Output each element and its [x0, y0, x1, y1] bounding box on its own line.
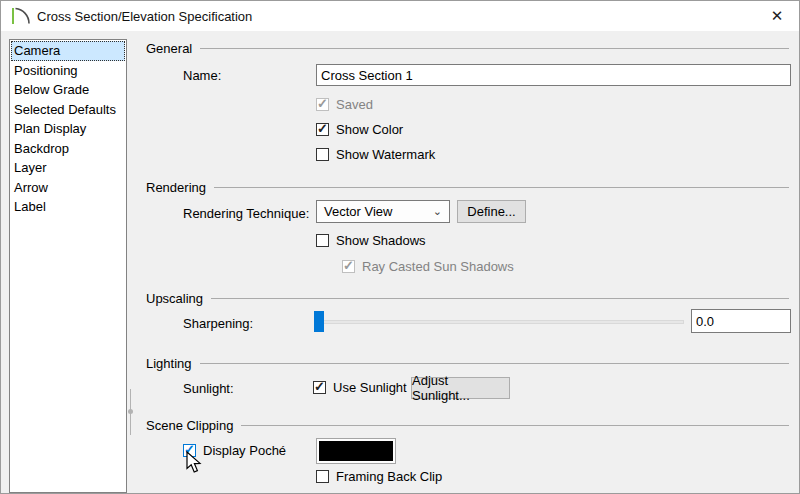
- sidebar-item-backdrop[interactable]: Backdrop: [11, 139, 125, 159]
- category-list: Camera Positioning Below Grade Selected …: [9, 39, 127, 493]
- window-title: Cross Section/Elevation Specification: [37, 9, 252, 24]
- ray-casted-sun-shadows-label: Ray Casted Sun Shadows: [362, 259, 514, 274]
- sidebar-item-plan-display[interactable]: Plan Display: [11, 119, 125, 139]
- show-shadows-checkbox-row: Show Shadows: [316, 233, 426, 247]
- framing-back-clip-checkbox[interactable]: [316, 470, 329, 483]
- rendering-technique-value: Vector View: [324, 204, 392, 219]
- poche-color-swatch[interactable]: [316, 438, 396, 464]
- lighting-section-title: Lighting: [146, 356, 200, 371]
- close-button[interactable]: ✕: [765, 5, 789, 27]
- title-bar: Cross Section/Elevation Specification ✕: [1, 1, 799, 31]
- rendering-section-header: Rendering: [146, 179, 789, 195]
- lighting-section-header: Lighting: [146, 355, 789, 371]
- define-button[interactable]: Define...: [457, 200, 526, 223]
- chevron-down-icon: ⌄: [433, 205, 442, 218]
- show-watermark-label: Show Watermark: [336, 147, 435, 162]
- panel-splitter[interactable]: [130, 389, 131, 435]
- rendering-section-title: Rendering: [146, 180, 214, 195]
- sharpening-label: Sharpening:: [183, 316, 253, 331]
- name-input[interactable]: [316, 64, 791, 86]
- framing-back-clip-checkbox-row: Framing Back Clip: [316, 469, 442, 483]
- show-color-checkbox-row: Show Color: [316, 122, 403, 136]
- ray-casted-sun-shadows-checkbox[interactable]: [342, 260, 355, 273]
- adjust-sunlight-button[interactable]: Adjust Sunlight...: [411, 377, 510, 399]
- upscaling-section-header: Upscaling: [146, 290, 789, 306]
- display-poche-checkbox-row: Display Poché: [183, 443, 286, 457]
- show-color-checkbox[interactable]: [316, 123, 329, 136]
- rendering-technique-dropdown[interactable]: Vector View ⌄: [316, 200, 450, 223]
- show-watermark-checkbox-row: Show Watermark: [316, 147, 435, 161]
- sidebar-item-label[interactable]: Label: [11, 197, 125, 217]
- show-shadows-label: Show Shadows: [336, 233, 426, 248]
- scene-clipping-section-title: Scene Clipping: [146, 418, 241, 433]
- sunlight-label: Sunlight:: [183, 381, 234, 396]
- use-sunlight-label: Use Sunlight: [333, 380, 407, 395]
- rendering-technique-label: Rendering Technique:: [183, 206, 309, 221]
- general-section-header: General: [146, 40, 789, 56]
- sidebar-item-below-grade[interactable]: Below Grade: [11, 80, 125, 100]
- sidebar-item-camera[interactable]: Camera: [11, 41, 125, 61]
- section-rule: [214, 187, 789, 188]
- sidebar-item-layer[interactable]: Layer: [11, 158, 125, 178]
- section-rule: [241, 425, 789, 426]
- sidebar-item-positioning[interactable]: Positioning: [11, 61, 125, 81]
- general-section-title: General: [146, 41, 200, 56]
- show-shadows-checkbox[interactable]: [316, 234, 329, 247]
- dialog-body: Camera Positioning Below Grade Selected …: [1, 31, 799, 493]
- sidebar-item-selected-defaults[interactable]: Selected Defaults: [11, 100, 125, 120]
- sharpening-slider-handle[interactable]: [314, 311, 324, 332]
- framing-back-clip-label: Framing Back Clip: [336, 469, 442, 484]
- show-color-label: Show Color: [336, 122, 403, 137]
- sharpening-slider-track[interactable]: [314, 320, 684, 324]
- saved-checkbox[interactable]: [316, 98, 329, 111]
- poche-color-fill: [319, 441, 393, 461]
- name-label: Name:: [183, 68, 221, 83]
- dialog-window: Cross Section/Elevation Specification ✕ …: [0, 0, 800, 494]
- ray-casted-checkbox-row: Ray Casted Sun Shadows: [342, 259, 514, 273]
- section-rule: [200, 363, 789, 364]
- section-rule: [200, 48, 789, 49]
- saved-checkbox-row: Saved: [316, 97, 373, 111]
- scene-clipping-section-header: Scene Clipping: [146, 417, 789, 433]
- use-sunlight-checkbox[interactable]: [313, 381, 326, 394]
- show-watermark-checkbox[interactable]: [316, 148, 329, 161]
- cross-section-camera-icon: [10, 6, 30, 26]
- use-sunlight-checkbox-row: Use Sunlight: [313, 380, 407, 394]
- sidebar-item-arrow[interactable]: Arrow: [11, 178, 125, 198]
- saved-label: Saved: [336, 97, 373, 112]
- splitter-grip-icon: [128, 409, 133, 414]
- display-poche-label: Display Poché: [203, 443, 286, 458]
- upscaling-section-title: Upscaling: [146, 291, 211, 306]
- display-poche-checkbox[interactable]: [183, 444, 196, 457]
- section-rule: [211, 298, 789, 299]
- sharpening-value-input[interactable]: [691, 309, 791, 333]
